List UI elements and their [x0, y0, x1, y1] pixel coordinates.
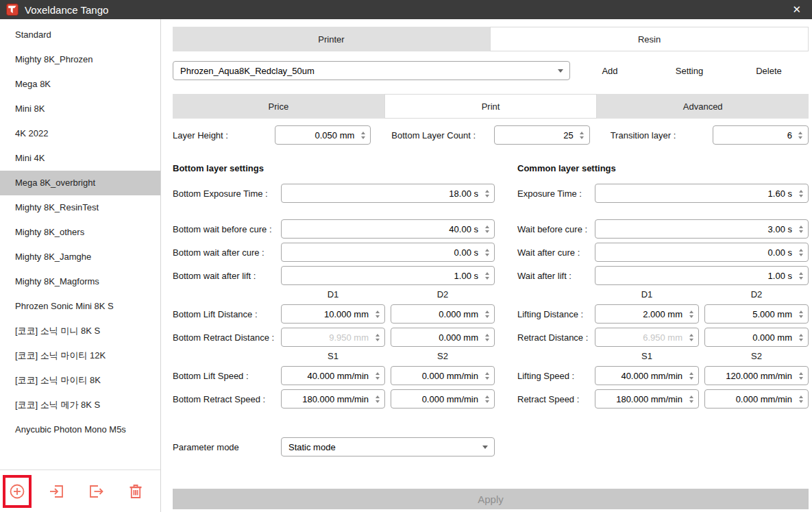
bottom-retract-speed-s1-value: 180.000 mm/min	[287, 394, 373, 404]
spinner-arrows-icon[interactable]	[687, 395, 695, 403]
export-profile-button[interactable]	[82, 475, 110, 508]
spinner-arrows-icon[interactable]	[373, 395, 381, 403]
setting-resin-button[interactable]: Setting	[650, 66, 729, 76]
lifting-speed-s2-input[interactable]: 120.000 mm/min	[704, 366, 809, 385]
sidebar-item-mega-8k[interactable]: Mega 8K	[0, 72, 160, 97]
spinner-arrows-icon[interactable]	[687, 372, 695, 380]
retract-speed-s1-input[interactable]: 180.000 mm/min	[595, 389, 699, 409]
close-icon[interactable]: ✕	[789, 3, 804, 16]
spinner-arrows-icon[interactable]	[359, 132, 367, 139]
tab-price[interactable]: Price	[173, 94, 384, 119]
spinner-arrows-icon[interactable]	[797, 372, 804, 380]
bottom-wait-after-lift-input[interactable]: 1.00 s	[281, 266, 495, 285]
sidebar-item-mega-8k-overbright-selected[interactable]: Mega 8K_overbright	[0, 171, 160, 195]
retract-distance-d2-input[interactable]: 0.000 mm	[704, 328, 809, 347]
spinner-arrows-icon[interactable]	[578, 132, 586, 139]
printer-profile-list: Standard Mighty 8K_Phrozen Mega 8K Mini …	[0, 19, 160, 470]
sidebar-item-anycubic-photon-mono-m5s[interactable]: Anycubic Photon Mono M5s	[0, 417, 160, 442]
spinner-arrows-icon[interactable]	[797, 310, 804, 318]
settings-panel: Printer Resin Phrozen_Aqua8K_Redclay_50u…	[161, 19, 812, 512]
spinner-arrows-icon[interactable]	[483, 190, 491, 197]
spinner-arrows-icon[interactable]	[483, 225, 491, 233]
sidebar-item-phrozen-sonic-mini-8k-s[interactable]: Phrozen Sonic Mini 8K S	[0, 294, 160, 319]
transition-layer-input[interactable]: 6	[713, 125, 809, 145]
tab-printer[interactable]: Printer	[173, 27, 490, 51]
spinner-arrows-icon[interactable]	[797, 395, 804, 403]
lifting-distance-d1-input[interactable]: 2.000 mm	[595, 304, 699, 324]
resin-profile-select[interactable]: Phrozen_Aqua8K_Redclay_50um	[173, 61, 570, 80]
spinner-arrows-icon[interactable]	[483, 310, 491, 318]
bottom-lift-distance-d2-input[interactable]: 0.000 mm	[391, 304, 495, 324]
sidebar-item-mighty-8k-magforms[interactable]: Mighty 8K_Magforms	[0, 269, 160, 294]
sidebar-item-mighty-8k-phrozen[interactable]: Mighty 8K_Phrozen	[0, 47, 160, 72]
bottom-wait-after-cure-input[interactable]: 0.00 s	[281, 243, 495, 262]
tab-advanced[interactable]: Advanced	[597, 94, 809, 119]
spinner-arrows-icon[interactable]	[483, 334, 491, 341]
spinner-arrows-icon[interactable]	[373, 372, 381, 380]
parameter-mode-select[interactable]: Static mode	[281, 437, 495, 456]
delete-resin-button[interactable]: Delete	[729, 66, 809, 76]
lifting-distance-d2-input[interactable]: 5.000 mm	[704, 304, 809, 324]
exposure-time-input[interactable]: 1.60 s	[595, 184, 809, 203]
wait-before-cure-input[interactable]: 3.00 s	[595, 219, 809, 239]
spinner-arrows-icon[interactable]	[687, 310, 695, 318]
spinner-arrows-icon[interactable]	[797, 272, 804, 280]
import-profile-button[interactable]	[42, 475, 71, 508]
bottom-lift-speed-row: Bottom Lift Speed : 40.000 mm/min 0.000 …	[173, 366, 495, 385]
tab-print[interactable]: Print	[384, 94, 598, 119]
layer-height-input[interactable]: 0.050 mm	[275, 125, 371, 145]
transition-layer-group: Transition layer : 6	[611, 125, 809, 145]
apply-button[interactable]: Apply	[173, 489, 809, 509]
spinner-arrows-icon[interactable]	[483, 395, 491, 403]
wait-before-cure-value: 3.00 s	[601, 224, 797, 234]
sidebar-item-mighty-8k-jamghe[interactable]: Mighty 8K_Jamghe	[0, 245, 160, 269]
retract-distance-label: Retract Distance :	[517, 332, 595, 343]
add-profile-button[interactable]	[3, 475, 32, 508]
retract-distance-row: Retract Distance : 6.950 mm 0.000 mm	[517, 328, 809, 347]
sidebar-item-4k-2022[interactable]: 4K 2022	[0, 121, 160, 146]
spinner-arrows-icon[interactable]	[797, 132, 804, 139]
bottom-wait-before-cure-input[interactable]: 40.00 s	[281, 219, 495, 239]
bottom-retract-speed-s2-input[interactable]: 0.000 mm/min	[391, 389, 495, 409]
sidebar-item-mighty-8k-resintest[interactable]: Mighty 8K_ResinTest	[0, 195, 160, 220]
bottom-retract-speed-row: Bottom Retract Speed : 180.000 mm/min 0.…	[173, 389, 495, 409]
sidebar-item-standard[interactable]: Standard	[0, 23, 160, 47]
delete-profile-button[interactable]	[121, 475, 150, 508]
wait-after-lift-input[interactable]: 1.00 s	[595, 266, 809, 285]
sidebar-item-mighty-8k-others[interactable]: Mighty 8K_others	[0, 220, 160, 245]
spinner-arrows-icon[interactable]	[373, 310, 381, 318]
sidebar-item-koko-sonic-mighty-8k[interactable]: [코코] 소닉 마이티 8K	[0, 368, 160, 393]
retract-speed-s2-input[interactable]: 0.000 mm/min	[704, 389, 809, 409]
wait-after-cure-input[interactable]: 0.00 s	[595, 243, 809, 262]
spinner-arrows-icon[interactable]	[483, 272, 491, 280]
bottom-retract-distance-d2-input[interactable]: 0.000 mm	[391, 328, 495, 347]
bottom-wait-after-lift-value: 1.00 s	[287, 271, 483, 281]
bottom-layer-count-input[interactable]: 25	[494, 125, 590, 145]
profile-type-tabs: Printer Resin	[173, 27, 809, 51]
sidebar-item-koko-sonic-mini-8k-s[interactable]: [코코] 소닉 미니 8K S	[0, 319, 160, 343]
spinner-arrows-icon[interactable]	[797, 225, 804, 233]
spinner-arrows-icon[interactable]	[797, 249, 804, 256]
spinner-arrows-icon[interactable]	[483, 372, 491, 380]
add-resin-button[interactable]: Add	[570, 66, 650, 76]
sidebar-item-mini-4k[interactable]: Mini 4K	[0, 146, 160, 171]
sidebar-item-mini-8k[interactable]: Mini 8K	[0, 97, 160, 121]
bottom-lift-distance-d1-input[interactable]: 10.000 mm	[281, 304, 385, 324]
common-layer-settings-section: Common layer settings Exposure Time : 1.…	[517, 163, 809, 413]
spinner-arrows-icon[interactable]	[797, 190, 804, 197]
spinner-arrows-icon[interactable]	[797, 334, 804, 341]
tab-resin[interactable]: Resin	[490, 27, 809, 51]
export-icon	[87, 483, 105, 500]
bottom-retract-speed-s1-input[interactable]: 180.000 mm/min	[281, 389, 385, 409]
lifting-speed-s1-input[interactable]: 40.000 mm/min	[595, 366, 699, 385]
bottom-exposure-time-input[interactable]: 18.00 s	[281, 184, 495, 203]
spinner-arrows-icon[interactable]	[483, 249, 491, 256]
parameter-mode-label: Parameter mode	[173, 442, 281, 452]
sidebar-item-koko-sonic-mega-8k-s[interactable]: [코코] 소닉 메가 8K S	[0, 393, 160, 417]
sidebar-item-koko-sonic-mighty-12k[interactable]: [코코] 소닉 마이티 12K	[0, 343, 160, 368]
bottom-lift-speed-s1-input[interactable]: 40.000 mm/min	[281, 366, 385, 385]
sidebar-toolbar	[0, 470, 160, 512]
bottom-exposure-time-row: Bottom Exposure Time : 18.00 s	[173, 184, 495, 203]
bottom-lift-speed-s2-input[interactable]: 0.000 mm/min	[391, 366, 495, 385]
bottom-layer-count-label: Bottom Layer Count :	[391, 130, 488, 141]
